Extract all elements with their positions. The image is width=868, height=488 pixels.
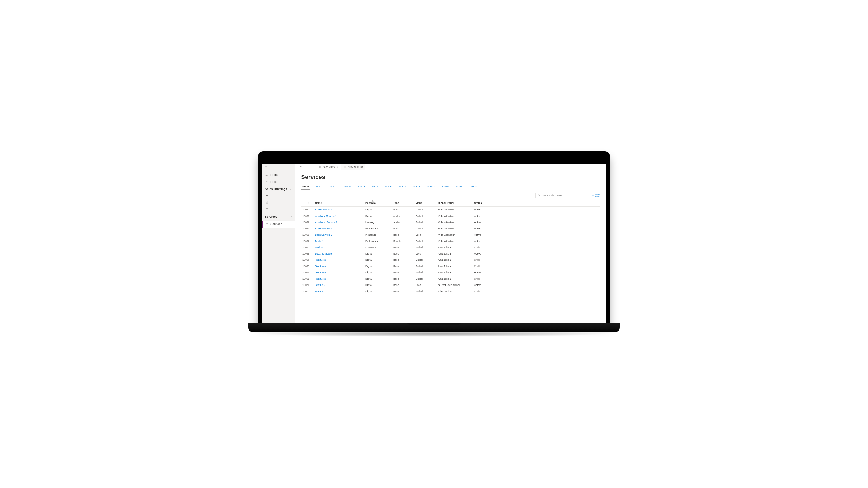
more-filters-button[interactable]: More Filters: [592, 193, 600, 197]
cell-id: 10065: [301, 251, 314, 257]
col-id[interactable]: ID: [301, 200, 314, 206]
cell-mgmt: Global: [414, 226, 436, 232]
tab-es-jv[interactable]: ES-JV: [358, 184, 366, 190]
cell-name: Testituote: [314, 257, 364, 263]
cell-name: Testituote: [314, 263, 364, 270]
tab-se-3s[interactable]: SE-3S: [412, 184, 421, 190]
toolbar-button-label: New Bundle: [348, 165, 363, 169]
cell-owner: Milla Väänänen: [436, 238, 473, 245]
sidebar-section-services[interactable]: Services: [262, 213, 296, 221]
cell-owner: Aino Jokela: [436, 269, 473, 276]
new-bundle-button[interactable]: New Bundle: [341, 164, 365, 170]
service-link[interactable]: Base Service 2: [315, 227, 332, 230]
cell-id: 10070: [301, 282, 314, 288]
table-row: 10065Local TestituoteDigitalBaseLocalAin…: [301, 251, 600, 257]
col-status[interactable]: Status: [473, 200, 600, 206]
sidebar-offering-item-2[interactable]: [262, 200, 296, 206]
sidebar-item-home[interactable]: Home: [262, 171, 296, 178]
hamburger-icon: [265, 166, 268, 169]
cell-type: Add-on: [392, 219, 414, 226]
col-type[interactable]: Type: [392, 200, 414, 206]
region-tabs: GlobalBE-JVDE-JVDK-3SES-JVFI-3SNL-JVNO-3…: [301, 184, 600, 190]
tab-se-ad[interactable]: SE-AD: [426, 184, 435, 190]
table-row: 10061Base Service 3InsuranceBaseLocalMil…: [301, 232, 600, 238]
cell-portfolio: Digital: [364, 263, 392, 270]
search-box[interactable]: [535, 193, 588, 198]
cell-mgmt: Global: [414, 257, 436, 263]
cell-owner: Milla Väänänen: [436, 219, 473, 226]
search-input[interactable]: [542, 194, 586, 197]
cell-name: Local Testituote: [314, 251, 364, 257]
tab-se-ap[interactable]: SE-AP: [441, 184, 450, 190]
cell-owner: Aino Jokela: [436, 257, 473, 263]
service-link[interactable]: Additiona Service 1: [315, 215, 337, 218]
tab-se-tr[interactable]: SE-TR: [455, 184, 464, 190]
service-link[interactable]: vytest1: [315, 290, 323, 293]
tab-uk-jv[interactable]: UK-JV: [469, 184, 477, 190]
table-row: 10067TestituoteDigitalBaseGlobalAino Jok…: [301, 263, 600, 270]
cell-type: Base: [392, 251, 414, 257]
cell-status: Active: [473, 213, 600, 220]
cell-type: Bundle: [392, 238, 414, 245]
cell-status: Active: [473, 219, 600, 226]
cloud-icon: [265, 223, 269, 226]
table-row: 10059Additional Service 2LeasingAdd-onGl…: [301, 219, 600, 226]
cell-type: Base: [392, 206, 414, 213]
service-link[interactable]: Base Product 1: [315, 208, 332, 211]
tab-fi-3s[interactable]: FI-3S: [371, 184, 379, 190]
cell-status: Draft: [473, 263, 600, 270]
table-row: 10058Additiona Service 1DigitalAdd-onGlo…: [301, 213, 600, 220]
sidebar-offering-item-3[interactable]: [262, 206, 296, 213]
sidebar-item-help[interactable]: Help: [262, 178, 296, 185]
tab-no-3s[interactable]: NO-3S: [398, 184, 407, 190]
table-row: 10071vytest1DigitalBaseGlobalVille Yleni…: [301, 288, 600, 295]
arrow-left-icon: [299, 165, 302, 168]
cell-name: Base Service 2: [314, 226, 364, 232]
sidebar-item-services[interactable]: Services: [262, 221, 296, 228]
sidebar-item-label: Home: [270, 173, 278, 177]
cell-portfolio: Insurance: [364, 232, 392, 238]
cell-id: 10058: [301, 213, 314, 220]
service-link[interactable]: Testituote: [315, 265, 326, 268]
back-button[interactable]: [296, 165, 305, 169]
toolbar: New Service New Bundle: [296, 164, 606, 170]
col-mgmt[interactable]: Mgmt: [414, 200, 436, 206]
page-title: Services: [301, 174, 600, 181]
cell-name: Additional Service 2: [314, 219, 364, 226]
cell-owner: Ville Ylenius: [436, 288, 473, 295]
tab-nl-jv[interactable]: NL-JV: [384, 184, 393, 190]
service-link[interactable]: Testituote: [315, 278, 326, 280]
tab-dk-3s[interactable]: DK-3S: [343, 184, 352, 190]
cell-id: 10071: [301, 288, 314, 295]
cell-id: 10060: [301, 226, 314, 232]
hamburger-menu-button[interactable]: [262, 164, 296, 171]
tab-de-jv[interactable]: DE-JV: [330, 184, 338, 190]
cell-name: Base Service 3: [314, 232, 364, 238]
tab-global[interactable]: Global: [301, 184, 310, 190]
service-link[interactable]: Otsikko: [315, 246, 323, 249]
cell-status: Draft: [473, 244, 600, 251]
home-icon: [265, 173, 269, 176]
cell-type: Base: [392, 282, 414, 288]
sidebar-offering-item-1[interactable]: [262, 193, 296, 200]
col-owner[interactable]: Global Owner: [436, 200, 473, 206]
col-portfolio[interactable]: Portfolio: [364, 200, 392, 206]
cell-status: Active: [473, 226, 600, 232]
col-name[interactable]: Name: [314, 200, 364, 206]
cell-status: Active: [473, 251, 600, 257]
tab-be-jv[interactable]: BE-JV: [316, 184, 324, 190]
service-link[interactable]: Testing 2: [315, 284, 325, 286]
table-row: 10063OtsikkoInsuranceBaseGlobalAino Joke…: [301, 244, 600, 251]
table-row: 10068TestituoteDigitalBaseGlobalAino Jok…: [301, 269, 600, 276]
app-window: Home Help Sales Offerings: [262, 164, 606, 323]
sidebar-section-sales-offerings[interactable]: Sales Offerings: [262, 185, 296, 193]
service-link[interactable]: Base Service 3: [315, 233, 332, 236]
service-link[interactable]: Testituote: [315, 271, 326, 274]
service-link[interactable]: Budle 1: [315, 240, 324, 242]
cell-id: 10066: [301, 257, 314, 263]
cell-owner: Aino Jokela: [436, 263, 473, 270]
service-link[interactable]: Local Testituote: [315, 252, 332, 255]
new-service-button[interactable]: New Service: [316, 164, 341, 170]
service-link[interactable]: Testituote: [315, 259, 326, 261]
service-link[interactable]: Additional Service 2: [315, 221, 337, 224]
